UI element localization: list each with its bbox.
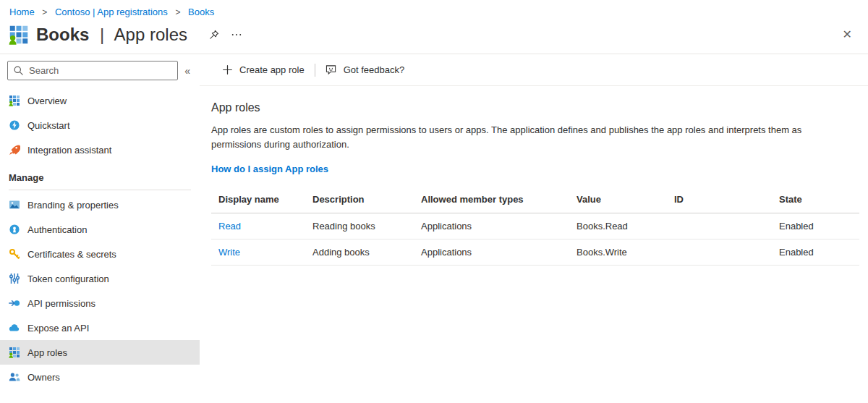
page-title-app-name: Books	[36, 25, 89, 44]
token-configuration-icon	[9, 273, 20, 284]
sidebar-item-label: Token configuration	[27, 273, 109, 284]
integration-assistant-icon	[9, 144, 20, 156]
column-header-display-name[interactable]: Display name	[211, 187, 305, 213]
column-header-state[interactable]: State	[772, 187, 859, 213]
sidebar-item-label: Branding & properties	[27, 200, 119, 211]
sidebar-item-branding-properties[interactable]: Branding & properties	[0, 192, 200, 217]
cell-description: Reading books	[305, 213, 414, 239]
create-app-role-button[interactable]: Create app role	[221, 60, 306, 80]
azure-portal-blade: Home > Contoso | App registrations > Boo…	[0, 0, 868, 403]
section-description: App roles are custom roles to assign per…	[211, 123, 833, 151]
pin-icon[interactable]	[209, 30, 219, 40]
command-bar: Create app role Got feedback?	[200, 54, 868, 86]
app-role-write-link[interactable]: Write	[218, 247, 240, 258]
got-feedback-label: Got feedback?	[344, 64, 405, 75]
column-header-description[interactable]: Description	[305, 187, 414, 213]
app-roles-section: App roles App roles are custom roles to …	[200, 86, 868, 266]
close-icon[interactable]: ✕	[843, 29, 852, 41]
overview-icon	[9, 95, 20, 106]
sidebar-item-owners[interactable]: Owners	[0, 365, 200, 389]
how-do-i-assign-app-roles-link[interactable]: How do I assign App roles	[211, 164, 328, 174]
sidebar-item-api-permissions[interactable]: API permissions	[0, 291, 200, 315]
table-row-read[interactable]: Read Reading books Applications Books.Re…	[211, 213, 859, 239]
sidebar-menu: Overview Quickstart Integrati	[0, 88, 200, 389]
sidebar-item-label: Quickstart	[27, 120, 70, 131]
sidebar-item-label: Owners	[27, 372, 60, 383]
owners-icon	[9, 371, 20, 383]
create-app-role-label: Create app role	[239, 64, 305, 75]
more-icon[interactable]	[231, 30, 242, 40]
sidebar-section-manage: Manage	[9, 169, 191, 190]
blade-header: Books | App roles ✕	[0, 20, 868, 54]
cell-allowed-member-types: Applications	[414, 239, 569, 266]
sidebar-item-app-roles[interactable]: App roles	[0, 340, 200, 365]
cell-display-name: Write	[211, 239, 305, 266]
sidebar-item-authentication[interactable]: Authentication	[0, 217, 200, 242]
api-permissions-icon	[9, 297, 20, 309]
cell-description: Adding books	[305, 239, 414, 266]
sidebar-item-label: Expose an API	[27, 323, 89, 334]
blade-content: « Overview	[0, 54, 868, 403]
got-feedback-button[interactable]: Got feedback?	[324, 60, 407, 80]
table-row-write[interactable]: Write Adding books Applications Books.Wr…	[211, 239, 859, 266]
sidebar-item-token-configuration[interactable]: Token configuration	[0, 266, 200, 291]
page-title-separator: |	[100, 25, 104, 44]
feedback-icon	[326, 64, 337, 75]
sidebar-item-expose-an-api[interactable]: Expose an API	[0, 315, 200, 340]
sidebar-item-label: Authentication	[27, 224, 87, 235]
certificates-secrets-icon	[9, 248, 20, 260]
cell-display-name: Read	[211, 213, 305, 239]
page-title: Books | App roles	[36, 25, 187, 45]
breadcrumb-separator: >	[42, 7, 47, 17]
cell-allowed-member-types: Applications	[414, 213, 569, 239]
main-panel: Create app role Got feedback? App role	[200, 54, 868, 403]
sidebar-search-row: «	[0, 61, 200, 80]
toolbar-divider	[315, 64, 315, 77]
breadcrumb: Home > Contoso | App registrations > Boo…	[0, 0, 868, 20]
app-roles-table: Display name Description Allowed member …	[211, 187, 859, 266]
collapse-sidebar-button[interactable]: «	[178, 65, 197, 77]
breadcrumb-books[interactable]: Books	[188, 7, 214, 17]
search-icon	[13, 65, 24, 78]
cell-id	[667, 239, 772, 266]
sidebar-item-certificates-secrets[interactable]: Certificates & secrets	[0, 242, 200, 266]
expose-api-icon	[9, 322, 20, 334]
cell-state: Enabled	[772, 239, 859, 266]
search-input[interactable]	[7, 61, 178, 80]
search-box	[7, 61, 178, 80]
table-header-row: Display name Description Allowed member …	[211, 187, 859, 213]
sidebar-item-label: App roles	[27, 347, 67, 358]
cell-value: Books.Read	[569, 213, 667, 239]
cell-value: Books.Write	[569, 239, 667, 266]
column-header-id[interactable]: ID	[667, 187, 772, 213]
column-header-allowed-member-types[interactable]: Allowed member types	[414, 187, 569, 213]
authentication-icon	[9, 224, 20, 235]
cell-id	[667, 213, 772, 239]
column-header-value[interactable]: Value	[569, 187, 667, 213]
app-role-read-link[interactable]: Read	[218, 221, 241, 232]
app-registration-icon	[9, 25, 29, 45]
breadcrumb-home[interactable]: Home	[9, 7, 35, 17]
branding-properties-icon	[9, 199, 20, 211]
breadcrumb-separator: >	[175, 7, 180, 17]
sidebar-item-label: Certificates & secrets	[27, 249, 116, 260]
page-title-blade-name: App roles	[114, 25, 187, 44]
sidebar-item-label: Overview	[27, 96, 67, 106]
breadcrumb-app-registrations[interactable]: Contoso | App registrations	[55, 7, 168, 17]
sidebar-item-quickstart[interactable]: Quickstart	[0, 113, 200, 137]
cell-state: Enabled	[772, 213, 859, 239]
app-roles-icon	[9, 347, 20, 358]
section-title: App roles	[211, 101, 859, 114]
quickstart-icon	[9, 119, 20, 131]
sidebar-item-label: Integration assistant	[27, 145, 111, 156]
plus-icon	[222, 64, 233, 75]
sidebar-item-overview[interactable]: Overview	[0, 88, 200, 113]
sidebar: « Overview	[0, 54, 200, 403]
sidebar-item-label: API permissions	[27, 298, 95, 309]
sidebar-item-integration-assistant[interactable]: Integration assistant	[0, 137, 200, 162]
